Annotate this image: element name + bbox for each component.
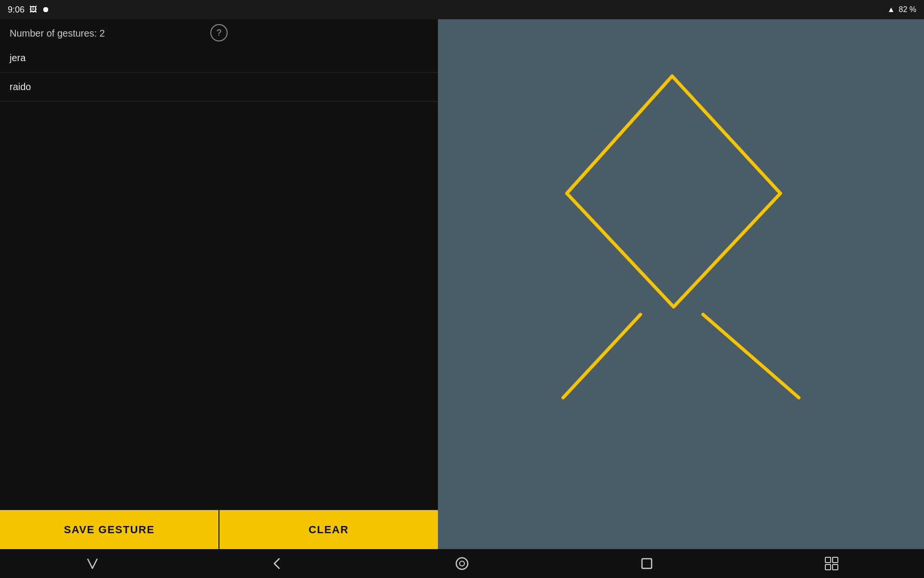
svg-point-0 [456,558,468,569]
v-logo-nav[interactable] [80,552,104,576]
back-button[interactable] [265,552,289,576]
home-button[interactable] [450,552,474,576]
photo-icon: 🖼 [29,5,37,14]
svg-rect-6 [833,565,838,570]
record-icon: ⏺ [42,5,50,14]
left-panel: Number of gestures: 2 ? jeraraido SAVE G… [0,19,438,549]
clear-button[interactable]: CLEAR [219,510,438,549]
help-icon: ? [217,28,221,38]
gesture-list: jeraraido [0,44,438,510]
svg-rect-2 [642,559,652,568]
nav-bar [0,549,924,578]
status-right: ▲ 82 % [887,5,916,14]
time-display: 9:06 [8,5,25,15]
status-bar: 9:06 🖼 ⏺ ▲ 82 % [0,0,924,19]
save-gesture-button[interactable]: SAVE GESTURE [0,510,219,549]
gesture-canvas-panel[interactable] [438,19,924,549]
drawing-canvas[interactable] [438,19,924,549]
svg-rect-4 [833,557,838,563]
recents-button[interactable] [635,552,659,576]
status-left: 9:06 🖼 ⏺ [8,5,50,15]
svg-point-1 [460,561,464,566]
list-item[interactable]: jera [0,44,438,73]
bottom-buttons: SAVE GESTURE CLEAR [0,510,438,549]
battery-icon: 82 % [899,5,916,14]
grid-button[interactable] [820,552,844,576]
svg-rect-5 [825,565,831,570]
wifi-icon: ▲ [887,5,895,14]
list-item[interactable]: raido [0,73,438,102]
main-content: Number of gestures: 2 ? jeraraido SAVE G… [0,19,924,549]
help-button[interactable]: ? [210,24,228,41]
svg-rect-3 [825,557,831,563]
